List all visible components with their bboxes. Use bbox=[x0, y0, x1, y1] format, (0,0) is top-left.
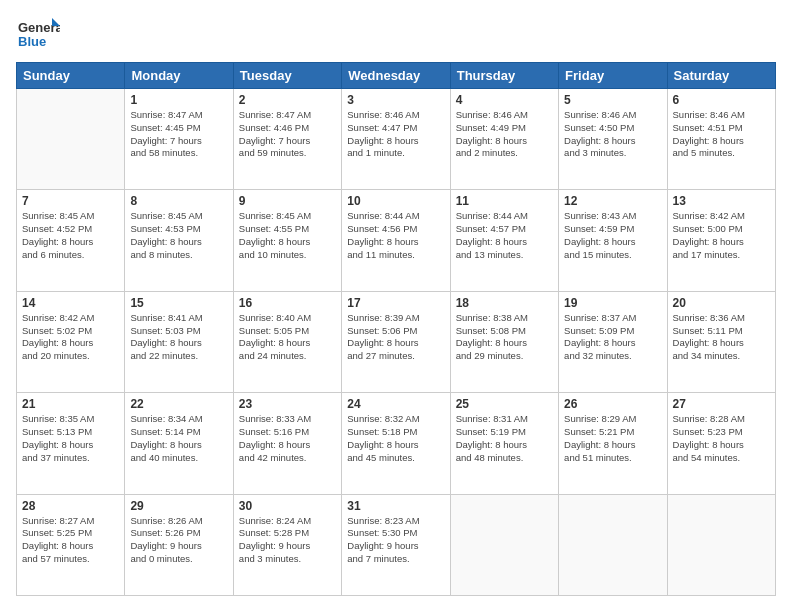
calendar-cell: 18Sunrise: 8:38 AM Sunset: 5:08 PM Dayli… bbox=[450, 291, 558, 392]
logo-icon: General Blue bbox=[16, 16, 60, 52]
day-number: 11 bbox=[456, 194, 553, 208]
day-detail: Sunrise: 8:46 AM Sunset: 4:50 PM Dayligh… bbox=[564, 109, 661, 160]
day-detail: Sunrise: 8:27 AM Sunset: 5:25 PM Dayligh… bbox=[22, 515, 119, 566]
calendar-cell: 30Sunrise: 8:24 AM Sunset: 5:28 PM Dayli… bbox=[233, 494, 341, 595]
day-detail: Sunrise: 8:36 AM Sunset: 5:11 PM Dayligh… bbox=[673, 312, 770, 363]
logo: General Blue bbox=[16, 16, 60, 52]
calendar-cell: 29Sunrise: 8:26 AM Sunset: 5:26 PM Dayli… bbox=[125, 494, 233, 595]
week-row-4: 21Sunrise: 8:35 AM Sunset: 5:13 PM Dayli… bbox=[17, 393, 776, 494]
day-detail: Sunrise: 8:45 AM Sunset: 4:55 PM Dayligh… bbox=[239, 210, 336, 261]
day-detail: Sunrise: 8:33 AM Sunset: 5:16 PM Dayligh… bbox=[239, 413, 336, 464]
day-detail: Sunrise: 8:31 AM Sunset: 5:19 PM Dayligh… bbox=[456, 413, 553, 464]
day-number: 2 bbox=[239, 93, 336, 107]
day-number: 13 bbox=[673, 194, 770, 208]
calendar-cell: 7Sunrise: 8:45 AM Sunset: 4:52 PM Daylig… bbox=[17, 190, 125, 291]
day-number: 12 bbox=[564, 194, 661, 208]
header: General Blue bbox=[16, 16, 776, 52]
svg-text:Blue: Blue bbox=[18, 34, 46, 49]
day-detail: Sunrise: 8:46 AM Sunset: 4:51 PM Dayligh… bbox=[673, 109, 770, 160]
header-tuesday: Tuesday bbox=[233, 63, 341, 89]
header-sunday: Sunday bbox=[17, 63, 125, 89]
day-detail: Sunrise: 8:38 AM Sunset: 5:08 PM Dayligh… bbox=[456, 312, 553, 363]
day-number: 14 bbox=[22, 296, 119, 310]
day-number: 3 bbox=[347, 93, 444, 107]
calendar-cell: 27Sunrise: 8:28 AM Sunset: 5:23 PM Dayli… bbox=[667, 393, 775, 494]
calendar-cell: 24Sunrise: 8:32 AM Sunset: 5:18 PM Dayli… bbox=[342, 393, 450, 494]
day-number: 10 bbox=[347, 194, 444, 208]
day-detail: Sunrise: 8:39 AM Sunset: 5:06 PM Dayligh… bbox=[347, 312, 444, 363]
calendar-cell: 26Sunrise: 8:29 AM Sunset: 5:21 PM Dayli… bbox=[559, 393, 667, 494]
day-detail: Sunrise: 8:35 AM Sunset: 5:13 PM Dayligh… bbox=[22, 413, 119, 464]
day-number: 24 bbox=[347, 397, 444, 411]
day-detail: Sunrise: 8:32 AM Sunset: 5:18 PM Dayligh… bbox=[347, 413, 444, 464]
calendar-cell: 4Sunrise: 8:46 AM Sunset: 4:49 PM Daylig… bbox=[450, 89, 558, 190]
day-number: 4 bbox=[456, 93, 553, 107]
day-number: 28 bbox=[22, 499, 119, 513]
day-number: 9 bbox=[239, 194, 336, 208]
day-number: 5 bbox=[564, 93, 661, 107]
day-detail: Sunrise: 8:45 AM Sunset: 4:52 PM Dayligh… bbox=[22, 210, 119, 261]
day-detail: Sunrise: 8:37 AM Sunset: 5:09 PM Dayligh… bbox=[564, 312, 661, 363]
calendar-cell: 22Sunrise: 8:34 AM Sunset: 5:14 PM Dayli… bbox=[125, 393, 233, 494]
day-detail: Sunrise: 8:28 AM Sunset: 5:23 PM Dayligh… bbox=[673, 413, 770, 464]
day-detail: Sunrise: 8:26 AM Sunset: 5:26 PM Dayligh… bbox=[130, 515, 227, 566]
calendar-cell: 9Sunrise: 8:45 AM Sunset: 4:55 PM Daylig… bbox=[233, 190, 341, 291]
header-saturday: Saturday bbox=[667, 63, 775, 89]
calendar-cell: 20Sunrise: 8:36 AM Sunset: 5:11 PM Dayli… bbox=[667, 291, 775, 392]
day-number: 21 bbox=[22, 397, 119, 411]
day-number: 18 bbox=[456, 296, 553, 310]
calendar-cell: 12Sunrise: 8:43 AM Sunset: 4:59 PM Dayli… bbox=[559, 190, 667, 291]
calendar-cell: 11Sunrise: 8:44 AM Sunset: 4:57 PM Dayli… bbox=[450, 190, 558, 291]
calendar-header-row: SundayMondayTuesdayWednesdayThursdayFrid… bbox=[17, 63, 776, 89]
day-detail: Sunrise: 8:44 AM Sunset: 4:56 PM Dayligh… bbox=[347, 210, 444, 261]
calendar-cell: 13Sunrise: 8:42 AM Sunset: 5:00 PM Dayli… bbox=[667, 190, 775, 291]
day-number: 25 bbox=[456, 397, 553, 411]
day-number: 31 bbox=[347, 499, 444, 513]
day-number: 8 bbox=[130, 194, 227, 208]
day-detail: Sunrise: 8:47 AM Sunset: 4:46 PM Dayligh… bbox=[239, 109, 336, 160]
day-detail: Sunrise: 8:42 AM Sunset: 5:02 PM Dayligh… bbox=[22, 312, 119, 363]
day-number: 15 bbox=[130, 296, 227, 310]
day-detail: Sunrise: 8:43 AM Sunset: 4:59 PM Dayligh… bbox=[564, 210, 661, 261]
header-friday: Friday bbox=[559, 63, 667, 89]
calendar-cell: 16Sunrise: 8:40 AM Sunset: 5:05 PM Dayli… bbox=[233, 291, 341, 392]
day-number: 20 bbox=[673, 296, 770, 310]
day-detail: Sunrise: 8:46 AM Sunset: 4:47 PM Dayligh… bbox=[347, 109, 444, 160]
day-detail: Sunrise: 8:46 AM Sunset: 4:49 PM Dayligh… bbox=[456, 109, 553, 160]
calendar-cell: 10Sunrise: 8:44 AM Sunset: 4:56 PM Dayli… bbox=[342, 190, 450, 291]
header-thursday: Thursday bbox=[450, 63, 558, 89]
week-row-3: 14Sunrise: 8:42 AM Sunset: 5:02 PM Dayli… bbox=[17, 291, 776, 392]
header-monday: Monday bbox=[125, 63, 233, 89]
calendar-cell bbox=[450, 494, 558, 595]
calendar-cell: 14Sunrise: 8:42 AM Sunset: 5:02 PM Dayli… bbox=[17, 291, 125, 392]
page: General Blue SundayMondayTuesdayWednesda… bbox=[0, 0, 792, 612]
calendar-cell: 15Sunrise: 8:41 AM Sunset: 5:03 PM Dayli… bbox=[125, 291, 233, 392]
day-detail: Sunrise: 8:29 AM Sunset: 5:21 PM Dayligh… bbox=[564, 413, 661, 464]
calendar-cell: 31Sunrise: 8:23 AM Sunset: 5:30 PM Dayli… bbox=[342, 494, 450, 595]
calendar-cell: 17Sunrise: 8:39 AM Sunset: 5:06 PM Dayli… bbox=[342, 291, 450, 392]
day-detail: Sunrise: 8:42 AM Sunset: 5:00 PM Dayligh… bbox=[673, 210, 770, 261]
day-detail: Sunrise: 8:47 AM Sunset: 4:45 PM Dayligh… bbox=[130, 109, 227, 160]
calendar-cell: 19Sunrise: 8:37 AM Sunset: 5:09 PM Dayli… bbox=[559, 291, 667, 392]
day-detail: Sunrise: 8:41 AM Sunset: 5:03 PM Dayligh… bbox=[130, 312, 227, 363]
calendar-cell: 5Sunrise: 8:46 AM Sunset: 4:50 PM Daylig… bbox=[559, 89, 667, 190]
calendar-cell: 25Sunrise: 8:31 AM Sunset: 5:19 PM Dayli… bbox=[450, 393, 558, 494]
week-row-2: 7Sunrise: 8:45 AM Sunset: 4:52 PM Daylig… bbox=[17, 190, 776, 291]
header-wednesday: Wednesday bbox=[342, 63, 450, 89]
day-number: 16 bbox=[239, 296, 336, 310]
calendar-cell: 21Sunrise: 8:35 AM Sunset: 5:13 PM Dayli… bbox=[17, 393, 125, 494]
week-row-5: 28Sunrise: 8:27 AM Sunset: 5:25 PM Dayli… bbox=[17, 494, 776, 595]
calendar: SundayMondayTuesdayWednesdayThursdayFrid… bbox=[16, 62, 776, 596]
day-number: 7 bbox=[22, 194, 119, 208]
day-number: 6 bbox=[673, 93, 770, 107]
calendar-cell: 28Sunrise: 8:27 AM Sunset: 5:25 PM Dayli… bbox=[17, 494, 125, 595]
week-row-1: 1Sunrise: 8:47 AM Sunset: 4:45 PM Daylig… bbox=[17, 89, 776, 190]
calendar-cell: 1Sunrise: 8:47 AM Sunset: 4:45 PM Daylig… bbox=[125, 89, 233, 190]
calendar-cell: 3Sunrise: 8:46 AM Sunset: 4:47 PM Daylig… bbox=[342, 89, 450, 190]
day-number: 1 bbox=[130, 93, 227, 107]
day-number: 26 bbox=[564, 397, 661, 411]
day-number: 30 bbox=[239, 499, 336, 513]
day-number: 29 bbox=[130, 499, 227, 513]
day-number: 27 bbox=[673, 397, 770, 411]
day-detail: Sunrise: 8:24 AM Sunset: 5:28 PM Dayligh… bbox=[239, 515, 336, 566]
